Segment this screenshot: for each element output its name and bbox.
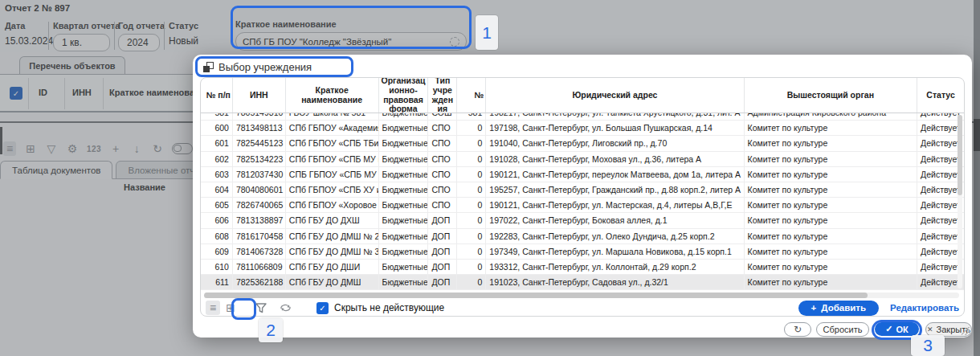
- table-cell: ДОП: [428, 244, 457, 259]
- column-header[interactable]: № п/п: [201, 78, 233, 113]
- table-cell: 0: [457, 260, 486, 274]
- table-cell: 7811066809: [233, 260, 286, 274]
- dialog-table-body: 5817805149310ГБОУ школа № 581БюджетныеСО…: [201, 113, 964, 290]
- hide-inactive-label: Скрыть не действующие: [334, 302, 444, 313]
- annotation-rect-filter: [231, 298, 256, 320]
- table-cell: 0: [457, 213, 486, 227]
- table-cell: 190121, Санкт-Петербург, ул. Мастерская,…: [486, 198, 744, 212]
- table-row[interactable]: 6067813138897СПб ГБУ ДО ДХШБюджетныеДОП0…: [201, 213, 964, 228]
- table-cell: 195257, Санкт-Петербург, Гражданский пр.…: [486, 182, 744, 197]
- table-cell: 7826740065: [233, 198, 286, 212]
- table-footer: ≡ ⊞ ✓ Скрыть не действующие + Добавить Р…: [201, 298, 964, 317]
- table-cell: СПб ГБПОУ «СПБ МУ им. М: [286, 152, 379, 166]
- table-cell: Комитет по культуре: [745, 167, 918, 182]
- table-cell: Комитет по культуре: [745, 260, 918, 274]
- table-cell: 197198, Санкт-Петербург, ул. Большая Пуш…: [486, 121, 744, 135]
- table-row[interactable]: 6097814067328СПб ГБУ ДО ДМШ № 33Бюджетны…: [201, 244, 964, 260]
- table-row[interactable]: 6107811066809СПб ГБУ ДО ДШИБюджетныеДОП0…: [201, 260, 964, 275]
- column-header[interactable]: Организационно-правовая форма: [379, 78, 429, 113]
- column-header[interactable]: Вышестоящий орган: [745, 78, 918, 113]
- table-row[interactable]: 6007813498113СПб ГБПОУ «Академия танБюдж…: [201, 121, 964, 136]
- table-cell: 0: [457, 152, 486, 166]
- table-cell: 7825445123: [233, 136, 286, 150]
- table-cell: Комитет по культуре: [745, 136, 918, 150]
- column-header[interactable]: Юридический адрес: [486, 78, 744, 113]
- edit-link[interactable]: Редактировать: [890, 303, 959, 313]
- annotation-badge-1: 1: [476, 15, 498, 50]
- table-cell: 191023, Санкт-Петербург, Садовая ул., д.…: [486, 275, 744, 289]
- table-cell: СПб ГБУ ДО ДШИ: [286, 260, 379, 274]
- table-cell: 610: [201, 260, 233, 274]
- column-header[interactable]: Краткое наименование: [286, 78, 379, 113]
- table-cell: Комитет по культуре: [745, 152, 918, 166]
- table-cell: 609: [201, 244, 233, 259]
- table-cell: Комитет по культуре: [745, 121, 918, 135]
- table-cell: ГБОУ школа № 581: [286, 113, 379, 120]
- table-cell: 608: [201, 229, 233, 243]
- table-cell: Комитет по культуре: [745, 275, 918, 289]
- table-cell: Бюджетные: [379, 213, 429, 227]
- table-row[interactable]: 6037812037430СПБ ГБПОУ «СПБ МУ им. НБюдж…: [201, 167, 964, 182]
- table-cell: Комитет по культуре: [745, 182, 918, 197]
- table-cell: 191040, Санкт-Петербург, Лиговский пр., …: [486, 136, 744, 150]
- table-cell: Бюджетные: [379, 167, 429, 182]
- column-header[interactable]: ИНН: [233, 78, 286, 113]
- table-cell: СПО: [428, 152, 457, 166]
- table-cell: СПб ГБПОУ «СПБ ХУ им. Н: [286, 182, 379, 197]
- table-row[interactable]: 6117825362188СПб ГБУ ДО ДМШБюджетныеДОП0…: [201, 275, 964, 290]
- table-cell: 0: [457, 182, 486, 197]
- reset-button[interactable]: Сбросить: [816, 322, 869, 337]
- list-view-icon[interactable]: ≡: [206, 301, 220, 315]
- table-cell: 611: [201, 275, 233, 289]
- table-row[interactable]: 5817805149310ГБОУ школа № 581БюджетныеСО…: [201, 113, 964, 121]
- table-cell: 0: [457, 121, 486, 135]
- dialog-footer: ↻ Сбросить ✓ ОК ✕ Закрыть: [193, 321, 972, 338]
- screen: Отчет 2 № 897 Дата 15.03.2024 Квартал от…: [0, 0, 980, 356]
- table-cell: 192283, Санкт-Петербург, ул. Олеко Дунди…: [486, 229, 744, 243]
- table-cell: СПО: [428, 182, 457, 197]
- column-header[interactable]: Статус: [917, 78, 964, 113]
- table-row[interactable]: 6057826740065СПб ГБПОУ «Хоровое училБюдж…: [201, 198, 964, 213]
- table-hscrollbar[interactable]: [204, 293, 959, 298]
- table-cell: 191028, Санкт-Петербург, Моховая ул., д.…: [486, 152, 744, 166]
- refresh-button[interactable]: ↻: [784, 322, 811, 337]
- table-cell: Бюджетные: [379, 182, 429, 197]
- table-cell: 581: [457, 113, 486, 120]
- table-cell: 0: [457, 244, 486, 259]
- table-cell: Бюджетные: [379, 229, 429, 243]
- table-cell: СПб ГБУ ДО ДХШ: [286, 213, 379, 227]
- table-cell: ДОП: [428, 229, 457, 243]
- table-cell: 197022, Санкт-Петербург, Боковая аллея, …: [486, 213, 744, 227]
- table-cell: 603: [201, 167, 233, 182]
- table-cell: Бюджетные: [379, 275, 429, 289]
- table-cell: СПБ ГБПОУ «СПБ МУ им. Н: [286, 167, 379, 182]
- column-header[interactable]: Тип учреждения: [428, 78, 457, 113]
- refresh-icon[interactable]: [278, 301, 292, 315]
- table-cell: 601: [201, 136, 233, 150]
- add-button[interactable]: + Добавить: [798, 301, 879, 316]
- institution-table-card: № п/пИННКраткое наименованиеОрганизацион…: [200, 77, 965, 317]
- table-cell: Комитет по культуре: [745, 213, 918, 227]
- table-cell: Бюджетные: [379, 244, 429, 259]
- table-row[interactable]: 6047804080601СПб ГБПОУ «СПБ ХУ им. НБюдж…: [201, 182, 964, 198]
- table-cell: Бюджетные: [379, 113, 429, 120]
- dialog-table-viewport[interactable]: 5817805149310ГБОУ школа № 581БюджетныеСО…: [201, 113, 964, 290]
- add-button-label: Добавить: [821, 303, 866, 313]
- table-row[interactable]: 6017825445123СПб ГБПОУ «СПБ ТБиИТ»Бюджет…: [201, 136, 964, 151]
- table-cell: 0: [457, 167, 486, 182]
- table-vscrollbar[interactable]: [958, 115, 962, 288]
- table-row[interactable]: 6027825134223СПб ГБПОУ «СПБ МУ им. МБюдж…: [201, 152, 964, 167]
- table-cell: Комитет по культуре: [745, 229, 918, 243]
- table-cell: Комитет по культуре: [745, 244, 918, 259]
- resize-handle-icon[interactable]: [962, 327, 970, 335]
- hide-inactive-checkbox[interactable]: ✓: [316, 302, 329, 314]
- table-cell: СПО: [428, 198, 457, 212]
- table-cell: 7816170458: [233, 229, 286, 243]
- table-cell: 7812037430: [233, 167, 286, 182]
- table-cell: СПб ГБУ ДО ДМШ № 24: [286, 229, 379, 243]
- table-row[interactable]: 6087816170458СПб ГБУ ДО ДМШ № 24Бюджетны…: [201, 229, 964, 244]
- table-cell: СПб ГБУ ДО ДМШ: [286, 275, 379, 289]
- table-cell: 606: [201, 213, 233, 227]
- table-cell: 604: [201, 182, 233, 197]
- column-header[interactable]: №: [457, 78, 486, 113]
